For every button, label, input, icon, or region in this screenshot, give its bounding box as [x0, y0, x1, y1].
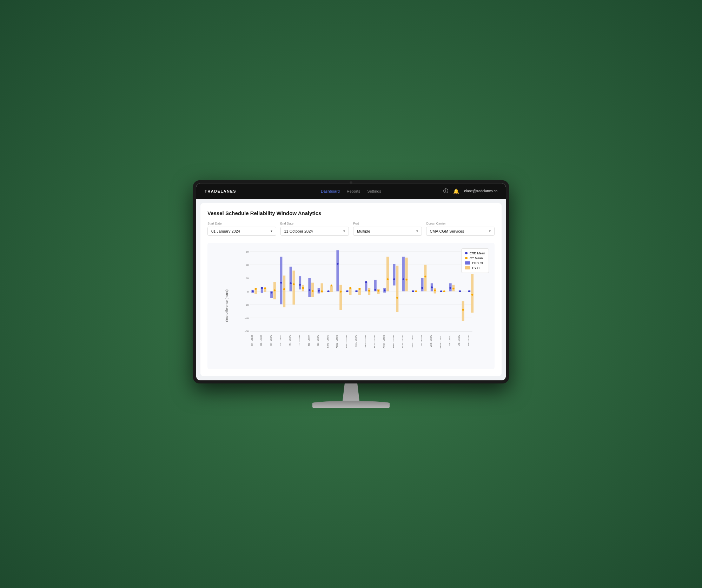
- monitor-screen: TRADELANES Dashboard Reports Settings ⓘ …: [193, 180, 509, 383]
- chart-container: Time Difference (hours) ERD Mean CY Mean: [207, 243, 495, 369]
- filters-row: Start Date 01 January 2024 ▾ End Date 11…: [207, 222, 495, 236]
- svg-point-70: [375, 289, 376, 290]
- start-date-chevron: ▾: [271, 229, 272, 233]
- svg-point-78: [393, 278, 395, 280]
- svg-text:60: 60: [246, 250, 249, 253]
- svg-point-110: [468, 290, 470, 292]
- ocean-carrier-chevron: ▾: [489, 229, 491, 233]
- help-icon[interactable]: ⓘ: [443, 188, 448, 194]
- svg-point-99: [443, 290, 445, 292]
- erd-ci-rect: [465, 261, 470, 265]
- erd-mean-dot: [465, 252, 468, 254]
- bell-icon[interactable]: 🔔: [453, 188, 459, 194]
- page-title: Vessel Schedule Reliability Window Analy…: [207, 210, 495, 216]
- monitor-wrapper: TRADELANES Dashboard Reports Settings ⓘ …: [193, 180, 509, 408]
- nav-logo: TRADELANES: [205, 189, 321, 193]
- svg-point-50: [327, 290, 329, 292]
- svg-text:600 - USORF: 600 - USORF: [260, 335, 262, 346]
- svg-rect-80: [402, 256, 405, 291]
- monitor-bezel: TRADELANES Dashboard Reports Settings ⓘ …: [196, 183, 506, 381]
- svg-point-87: [415, 290, 417, 292]
- svg-text:PANZ - USLGB: PANZ - USLGB: [411, 334, 413, 347]
- erd-ci-label: ERD CI: [472, 261, 483, 265]
- svg-point-22: [261, 287, 263, 289]
- svg-rect-33: [292, 270, 295, 305]
- svg-text:067 - USLGB: 067 - USLGB: [251, 334, 253, 346]
- navbar: TRADELANES Dashboard Reports Settings ⓘ …: [196, 183, 506, 199]
- svg-rect-88: [421, 278, 424, 291]
- port-select[interactable]: Multiple ▾: [353, 227, 422, 236]
- svg-text:AMEX - USNYC: AMEX - USNYC: [383, 335, 385, 348]
- svg-rect-29: [283, 275, 285, 307]
- svg-point-71: [377, 289, 379, 291]
- erd-mean-label: ERD Mean: [470, 252, 485, 255]
- svg-point-83: [406, 279, 408, 280]
- end-date-select[interactable]: 11 October 2024 ▾: [280, 227, 349, 236]
- svg-point-19: [255, 288, 257, 289]
- svg-point-98: [440, 290, 442, 292]
- nav-link-reports[interactable]: Reports: [347, 189, 360, 193]
- svg-point-43: [312, 290, 313, 292]
- svg-point-55: [340, 290, 342, 292]
- main-content: Vessel Schedule Reliability Window Analy…: [200, 203, 502, 376]
- start-date-select[interactable]: 01 January 2024 ▾: [207, 227, 276, 236]
- legend-erd-mean: ERD Mean: [465, 252, 485, 255]
- end-date-chevron: ▾: [343, 229, 345, 233]
- cy-mean-dot: [465, 257, 468, 259]
- svg-rect-52: [336, 250, 339, 291]
- svg-point-74: [384, 289, 385, 291]
- ocean-carrier-value: CMA CGM Services: [430, 229, 464, 233]
- svg-point-59: [349, 287, 351, 289]
- svg-rect-53: [339, 285, 342, 310]
- screen-content: TRADELANES Dashboard Reports Settings ⓘ …: [196, 183, 506, 380]
- svg-rect-81: [405, 258, 408, 291]
- svg-text:TUX - USNYC: TUX - USNYC: [449, 335, 451, 347]
- filter-start-date: Start Date 01 January 2024 ▾: [207, 222, 276, 236]
- svg-text:EMA - USSAV: EMA - USSAV: [355, 334, 357, 346]
- svg-rect-64: [365, 282, 367, 291]
- nav-right: ⓘ 🔔 elane@tradelanes.co: [381, 188, 497, 194]
- end-date-value: 11 October 2024: [284, 229, 313, 233]
- svg-rect-28: [280, 256, 282, 304]
- svg-point-47: [321, 290, 323, 292]
- monitor-camera: [350, 181, 352, 184]
- filter-end-date: End Date 11 October 2024 ▾: [280, 222, 349, 236]
- svg-text:−20: −20: [245, 303, 249, 306]
- start-date-value: 01 January 2024: [211, 229, 240, 233]
- svg-text:WIN - USSAV: WIN - USSAV: [468, 334, 470, 346]
- svg-text:MUSA - USSAV: MUSA - USSAV: [373, 334, 376, 348]
- svg-point-54: [337, 263, 338, 265]
- svg-text:600 - USSAV: 600 - USSAV: [270, 334, 272, 345]
- svg-text:WPAN - USNYC: WPAN - USNYC: [439, 335, 442, 348]
- svg-point-30: [280, 282, 282, 283]
- legend-cy-mean: CY Mean: [465, 256, 485, 260]
- svg-text:757 - USSAV: 757 - USSAV: [298, 334, 300, 345]
- svg-point-51: [331, 284, 332, 286]
- cy-mean-label: CY Mean: [470, 256, 483, 260]
- svg-point-46: [318, 289, 320, 291]
- port-value: Multiple: [357, 229, 370, 233]
- svg-text:PN1 - USTIW: PN1 - USTIW: [420, 335, 423, 346]
- svg-point-107: [462, 309, 464, 310]
- ocean-carrier-select[interactable]: CMA CGM Services ▾: [426, 227, 495, 236]
- cy-ci-rect: [465, 266, 470, 269]
- svg-point-27: [274, 289, 276, 291]
- svg-rect-73: [386, 256, 389, 291]
- nav-link-settings[interactable]: Settings: [367, 189, 381, 193]
- svg-point-106: [459, 290, 461, 292]
- svg-point-79: [396, 297, 398, 299]
- svg-text:ERXL - USNYC: ERXL - USNYC: [327, 335, 329, 348]
- svg-rect-77: [396, 266, 398, 312]
- svg-point-39: [302, 287, 304, 289]
- svg-point-91: [424, 275, 426, 277]
- svg-text:AGML - USNYC: AGML - USNYC: [336, 335, 338, 348]
- svg-point-38: [299, 284, 301, 286]
- svg-point-66: [365, 281, 367, 283]
- svg-rect-109: [471, 274, 473, 313]
- svg-point-42: [309, 289, 310, 291]
- nav-link-dashboard[interactable]: Dashboard: [321, 189, 340, 193]
- filter-port: Port Multiple ▾: [353, 222, 422, 236]
- legend-cy-ci: CY CI: [465, 266, 485, 270]
- svg-point-23: [264, 287, 266, 289]
- svg-text:726 - USLGB: 726 - USLGB: [279, 334, 282, 346]
